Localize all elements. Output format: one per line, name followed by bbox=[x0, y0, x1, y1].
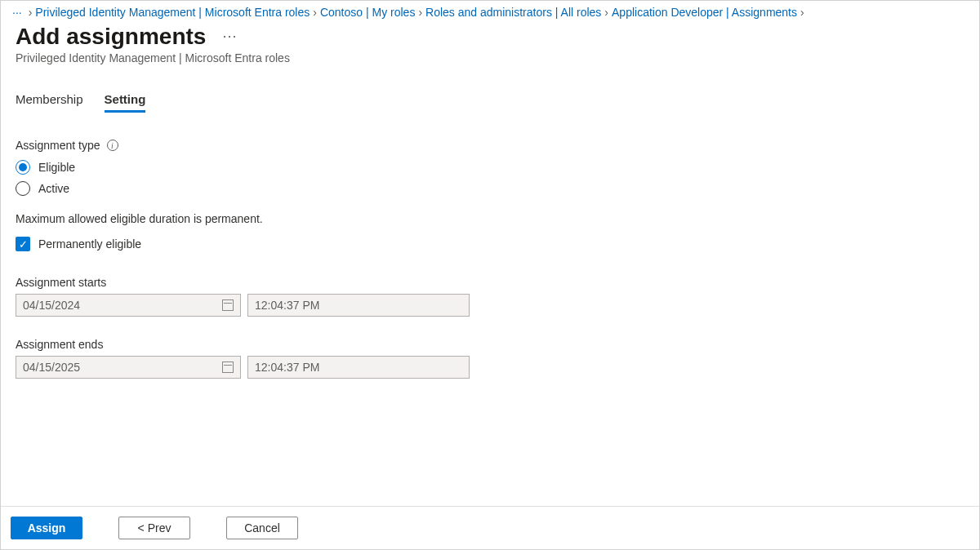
assignment-type-text: Assignment type bbox=[16, 139, 100, 152]
assignment-starts-label: Assignment starts bbox=[16, 276, 964, 289]
assignment-starts-time-input[interactable]: 12:04:37 PM bbox=[247, 294, 470, 317]
breadcrumb-item-pim[interactable]: Privileged Identity Management | Microso… bbox=[35, 6, 310, 19]
prev-button[interactable]: < Prev bbox=[118, 517, 190, 539]
breadcrumb-item-contoso[interactable]: Contoso | My roles bbox=[320, 6, 415, 19]
info-icon[interactable]: i bbox=[107, 140, 118, 151]
chevron-right-icon: › bbox=[313, 6, 317, 19]
assignment-ends-label: Assignment ends bbox=[16, 338, 964, 351]
tab-bar: Membership Setting bbox=[1, 64, 979, 113]
radio-active[interactable]: Active bbox=[16, 181, 964, 196]
chevron-right-icon: › bbox=[418, 6, 422, 19]
calendar-icon bbox=[222, 299, 234, 311]
breadcrumb-item-roles[interactable]: Roles and administrators | All roles bbox=[425, 6, 601, 19]
assign-button[interactable]: Assign bbox=[11, 517, 82, 539]
radio-icon bbox=[16, 160, 30, 175]
radio-eligible-label: Eligible bbox=[38, 161, 75, 174]
tab-membership[interactable]: Membership bbox=[16, 87, 83, 113]
assignment-ends-time-input[interactable]: 12:04:37 PM bbox=[247, 356, 470, 379]
radio-eligible[interactable]: Eligible bbox=[16, 160, 964, 175]
assignment-starts-group: Assignment starts 04/15/2024 12:04:37 PM bbox=[16, 276, 964, 317]
date-value: 04/15/2025 bbox=[23, 361, 80, 374]
chevron-right-icon: › bbox=[800, 6, 804, 19]
assignment-ends-group: Assignment ends 04/15/2025 12:04:37 PM bbox=[16, 338, 964, 379]
page-subtitle: Privileged Identity Management | Microso… bbox=[1, 50, 979, 64]
chevron-right-icon: › bbox=[604, 6, 608, 19]
assignment-type-label: Assignment type i bbox=[16, 139, 964, 152]
more-actions-button[interactable]: ··· bbox=[222, 28, 237, 47]
checkmark-icon: ✓ bbox=[16, 237, 30, 251]
time-value: 12:04:37 PM bbox=[255, 299, 319, 312]
permanently-eligible-label: Permanently eligible bbox=[38, 237, 141, 251]
radio-icon bbox=[16, 181, 30, 196]
assignment-ends-date-input[interactable]: 04/15/2025 bbox=[16, 356, 241, 379]
page-header: Add assignments ··· bbox=[1, 20, 979, 50]
cancel-button[interactable]: Cancel bbox=[226, 517, 298, 539]
breadcrumb-ellipsis[interactable]: ··· bbox=[9, 6, 25, 19]
breadcrumb-item-app-dev[interactable]: Application Developer | Assignments bbox=[612, 6, 797, 19]
settings-form: Assignment type i Eligible Active Maximu… bbox=[1, 113, 979, 506]
page-title: Add assignments bbox=[16, 24, 206, 50]
radio-active-label: Active bbox=[38, 182, 69, 195]
tab-setting[interactable]: Setting bbox=[105, 87, 146, 113]
date-value: 04/15/2024 bbox=[23, 299, 80, 312]
assignment-type-radio-group: Eligible Active bbox=[16, 160, 964, 196]
permanently-eligible-checkbox[interactable]: ✓ Permanently eligible bbox=[16, 237, 964, 251]
assignment-starts-date-input[interactable]: 04/15/2024 bbox=[16, 294, 241, 317]
duration-note: Maximum allowed eligible duration is per… bbox=[16, 212, 964, 225]
chevron-right-icon: › bbox=[29, 6, 33, 19]
time-value: 12:04:37 PM bbox=[255, 361, 319, 374]
footer-bar: Assign < Prev Cancel bbox=[1, 506, 979, 549]
breadcrumb: ··· › Privileged Identity Management | M… bbox=[1, 1, 979, 20]
calendar-icon bbox=[222, 361, 234, 373]
